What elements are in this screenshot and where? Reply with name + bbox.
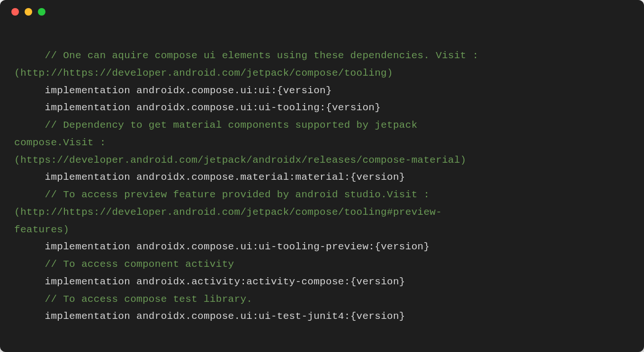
code-comment: (http://https://developer.android.com/je… [14, 207, 442, 218]
code-keyword: implementation [45, 102, 131, 113]
code-comment: // Dependency to get material components… [45, 120, 424, 131]
maximize-icon[interactable] [38, 8, 45, 16]
code-line: implementation androidx.compose.material… [14, 169, 630, 186]
code-text: androidx.compose.ui:ui-tooling-preview:{… [130, 241, 429, 252]
code-line: implementation androidx.compose.ui:ui-te… [14, 308, 630, 326]
code-line: implementation androidx.compose.ui:ui-to… [14, 99, 630, 117]
code-window: // One can aquire compose ui elements us… [0, 0, 644, 352]
code-content: // One can aquire compose ui elements us… [0, 24, 644, 340]
code-comment: (http://https://developer.android.com/je… [14, 68, 393, 79]
minimize-icon[interactable] [25, 8, 32, 16]
code-line: implementation androidx.activity:activit… [14, 273, 630, 291]
code-line: implementation androidx.compose.ui:ui-to… [14, 238, 630, 256]
code-line: implementation androidx.compose.ui:ui:{v… [14, 82, 630, 100]
code-line: // One can aquire compose ui elements us… [14, 47, 630, 65]
window-titlebar [0, 0, 644, 24]
code-line: (https://developer.android.com/jetpack/a… [14, 152, 630, 169]
code-comment: (https://developer.android.com/jetpack/a… [14, 155, 466, 166]
code-comment: // One can aquire compose ui elements us… [45, 50, 485, 61]
code-comment: // To access preview feature provided by… [45, 189, 430, 200]
code-text: androidx.compose.material:material:{vers… [130, 172, 405, 183]
code-keyword: implementation [45, 311, 131, 322]
code-comment: features) [14, 224, 69, 235]
code-text: androidx.activity:activity-compose:{vers… [130, 276, 405, 287]
code-line: (http://https://developer.android.com/je… [14, 65, 630, 82]
close-icon[interactable] [11, 8, 19, 16]
code-keyword: implementation [45, 85, 131, 96]
code-text: androidx.compose.ui:ui-test-junit4:{vers… [130, 311, 405, 322]
code-line: (http://https://developer.android.com/je… [14, 204, 630, 221]
code-keyword: implementation [45, 172, 131, 183]
code-text: androidx.compose.ui:ui-tooling:{version} [130, 102, 381, 113]
code-line: features) [14, 221, 630, 239]
code-comment: // To access component activity [45, 259, 234, 270]
code-line: compose.Visit : [14, 134, 630, 152]
code-keyword: implementation [45, 241, 131, 252]
code-keyword: implementation [45, 276, 131, 287]
code-line: // Dependency to get material components… [14, 117, 630, 134]
code-line: // To access component activity [14, 256, 630, 273]
code-comment: // To access compose test library. [45, 294, 253, 305]
code-text: androidx.compose.ui:ui:{version} [130, 85, 332, 96]
code-line: // To access compose test library. [14, 291, 630, 308]
code-comment: compose.Visit : [14, 137, 106, 148]
code-line: // To access preview feature provided by… [14, 186, 630, 204]
